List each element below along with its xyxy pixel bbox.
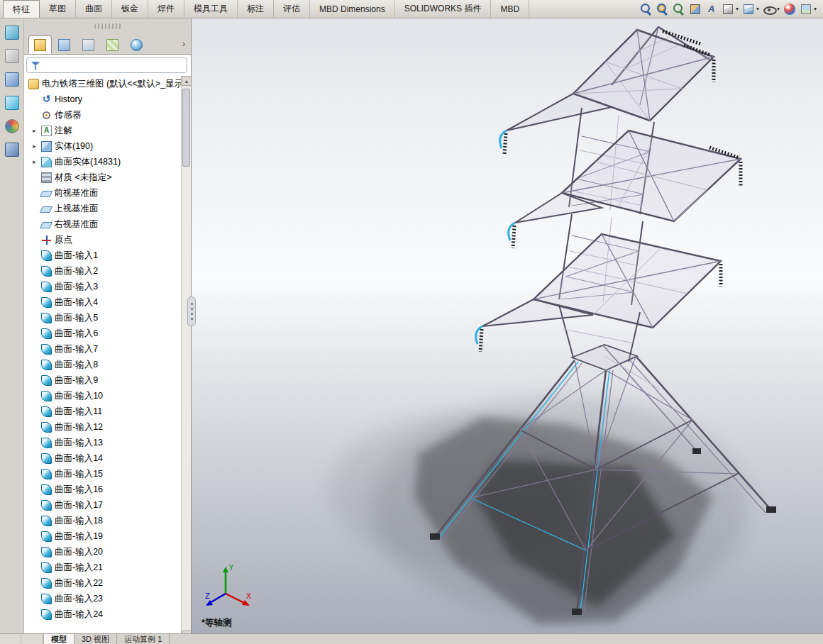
tree-item-label: 材质 <未指定> bbox=[55, 172, 112, 184]
tree-root-item[interactable]: 电力铁塔三维图 (默认<<默认>_显示 bbox=[24, 76, 181, 91]
left-tool-icon-6[interactable] bbox=[5, 143, 19, 157]
tree-item-label: 曲面-输入17 bbox=[55, 499, 103, 511]
configurationmanager-tab[interactable] bbox=[77, 35, 100, 54]
tree-item-曲面-输入8[interactable]: ▸曲面-输入8 bbox=[24, 357, 181, 372]
tree-item-曲面-输入11[interactable]: ▸曲面-输入11 bbox=[24, 404, 181, 419]
tree-item-曲面-输入19[interactable]: ▸曲面-输入19 bbox=[24, 528, 181, 544]
chevron-down-icon[interactable]: ▾ bbox=[756, 6, 759, 12]
panel-tabs-overflow[interactable]: › bbox=[179, 38, 188, 50]
tree-item-曲面-输入9[interactable]: ▸曲面-输入9 bbox=[24, 372, 181, 388]
zoom-to-fit-icon[interactable] bbox=[639, 2, 653, 16]
expand-arrow-icon[interactable]: ▸ bbox=[31, 158, 38, 165]
panel-manager-tabs: › bbox=[24, 34, 191, 54]
tree-item-原点[interactable]: ▸原点 bbox=[24, 232, 181, 248]
tree-item-History[interactable]: ▸History bbox=[24, 91, 181, 107]
expand-arrow-icon[interactable]: ▸ bbox=[31, 127, 38, 134]
tree-item-曲面-输入16[interactable]: ▸曲面-输入16 bbox=[24, 482, 181, 497]
ribbon-tab-曲面[interactable]: 曲面 bbox=[76, 0, 112, 18]
tree-item-曲面-输入2[interactable]: ▸曲面-输入2 bbox=[24, 263, 181, 279]
view-orientation-icon[interactable]: ▾ bbox=[721, 2, 739, 16]
ribbon-tab-焊件[interactable]: 焊件 bbox=[148, 0, 184, 18]
expand-arrow-icon[interactable]: ▸ bbox=[31, 143, 38, 150]
propertymanager-tab[interactable] bbox=[53, 35, 76, 54]
dynamic-annotation-views-icon[interactable] bbox=[705, 2, 719, 16]
tree-item-曲面-输入20[interactable]: ▸曲面-输入20 bbox=[24, 544, 181, 560]
tree-item-曲面-输入3[interactable]: ▸曲面-输入3 bbox=[24, 279, 181, 294]
dimxpertmanager-tab[interactable] bbox=[101, 35, 124, 54]
tree-item-曲面-输入17[interactable]: ▸曲面-输入17 bbox=[24, 497, 181, 513]
filter-input[interactable] bbox=[44, 59, 183, 72]
tree-item-曲面-输入4[interactable]: ▸曲面-输入4 bbox=[24, 294, 181, 310]
tree-item-曲面-输入1[interactable]: ▸曲面-输入1 bbox=[24, 248, 181, 263]
left-tool-icon-1[interactable] bbox=[5, 26, 19, 40]
statusbar-tab-3D 视图[interactable]: 3D 视图 bbox=[74, 634, 117, 644]
tree-item-曲面-输入15[interactable]: ▸曲面-输入15 bbox=[24, 466, 181, 482]
ribbon-tab-草图[interactable]: 草图 bbox=[40, 0, 76, 18]
display-style-icon[interactable]: ▾ bbox=[741, 2, 760, 16]
tree-item-曲面-输入22[interactable]: ▸曲面-输入22 bbox=[24, 575, 181, 591]
tree-item-label: 前视基准面 bbox=[54, 187, 99, 199]
tree-item-曲面-输入5[interactable]: ▸曲面-输入5 bbox=[24, 310, 181, 326]
ribbon-tab-钣金[interactable]: 钣金 bbox=[112, 0, 148, 18]
tree-item-label: 曲面-输入3 bbox=[55, 281, 98, 293]
tree-item-曲面-输入14[interactable]: ▸曲面-输入14 bbox=[24, 450, 181, 466]
ribbon-tab-特征[interactable]: 特征 bbox=[3, 0, 40, 18]
tree-item-注解[interactable]: ▸注解 bbox=[24, 123, 181, 138]
apply-scene-icon[interactable]: ▾ bbox=[799, 2, 817, 16]
featuremanager-tab[interactable] bbox=[28, 35, 52, 54]
ribbon-tab-标注[interactable]: 标注 bbox=[238, 0, 274, 18]
graphics-viewport[interactable]: Y X Z *等轴测 bbox=[192, 18, 823, 633]
tree-item-材质 <未指定>[interactable]: ▸材质 <未指定> bbox=[24, 170, 181, 185]
tree-item-曲面-输入6[interactable]: ▸曲面-输入6 bbox=[24, 326, 181, 341]
tree-item-label: 曲面-输入2 bbox=[55, 265, 98, 277]
tree-item-曲面-输入18[interactable]: ▸曲面-输入18 bbox=[24, 513, 181, 528]
tree-item-曲面-输入23[interactable]: ▸曲面-输入23 bbox=[24, 591, 181, 606]
tree-item-右视基准面[interactable]: ▸右视基准面 bbox=[24, 216, 181, 232]
left-tool-icon-2[interactable] bbox=[5, 49, 19, 63]
ribbon-tab-模具工具[interactable]: 模具工具 bbox=[184, 0, 238, 18]
vertical-scroll-thumb[interactable] bbox=[182, 89, 190, 167]
tree-item-曲面-输入12[interactable]: ▸曲面-输入12 bbox=[24, 419, 181, 435]
hide-show-items-icon[interactable]: ▾ bbox=[762, 2, 780, 16]
surface-icon bbox=[41, 609, 52, 620]
plane-icon bbox=[40, 206, 53, 213]
tree-item-曲面-输入13[interactable]: ▸曲面-输入13 bbox=[24, 435, 181, 450]
ribbon-tab-SOLIDWORKS 插件[interactable]: SOLIDWORKS 插件 bbox=[395, 0, 492, 18]
surface-icon bbox=[41, 484, 52, 495]
tree-item-label: 曲面-输入18 bbox=[55, 515, 103, 527]
part-icon bbox=[28, 79, 39, 89]
tree-item-曲面实体(14831)[interactable]: ▸曲面实体(14831) bbox=[24, 154, 181, 170]
ribbon-tab-MBD[interactable]: MBD bbox=[491, 0, 529, 18]
ribbon-tab-评估[interactable]: 评估 bbox=[274, 0, 310, 18]
tree-item-曲面-输入10[interactable]: ▸曲面-输入10 bbox=[24, 388, 181, 404]
displaymanager-tab[interactable] bbox=[125, 35, 148, 54]
tree-item-上视基准面[interactable]: ▸上视基准面 bbox=[24, 201, 181, 216]
section-view-icon[interactable] bbox=[688, 2, 702, 16]
tree-vertical-scrollbar[interactable]: ▲ ▼ bbox=[181, 76, 191, 640]
previous-view-icon[interactable] bbox=[672, 2, 686, 16]
chevron-down-icon[interactable]: ▾ bbox=[777, 6, 780, 12]
tree-item-曲面-输入24[interactable]: ▸曲面-输入24 bbox=[24, 606, 181, 622]
tree-item-曲面-输入21[interactable]: ▸曲面-输入21 bbox=[24, 560, 181, 575]
scroll-up-icon[interactable]: ▲ bbox=[182, 76, 191, 86]
tree-root-label: 电力铁塔三维图 (默认<<默认>_显示 bbox=[42, 78, 181, 90]
panel-splitter[interactable] bbox=[187, 296, 196, 326]
left-tool-icon-5[interactable] bbox=[5, 119, 19, 133]
statusbar-tab-运动算例 1[interactable]: 运动算例 1 bbox=[117, 634, 170, 644]
left-tool-icon-4[interactable] bbox=[5, 96, 19, 110]
chevron-down-icon[interactable]: ▾ bbox=[814, 6, 817, 12]
tree-item-label: 右视基准面 bbox=[54, 218, 99, 231]
surface-icon bbox=[41, 562, 52, 573]
tree-item-曲面-输入7[interactable]: ▸曲面-输入7 bbox=[24, 341, 181, 357]
ribbon-tab-MBD Dimensions[interactable]: MBD Dimensions bbox=[310, 0, 395, 18]
tree-item-前视基准面[interactable]: ▸前视基准面 bbox=[24, 185, 181, 201]
left-tool-icon-3[interactable] bbox=[5, 72, 19, 87]
chevron-down-icon[interactable]: ▾ bbox=[736, 6, 739, 12]
dimxpert-manager-icon bbox=[106, 39, 118, 51]
statusbar-tab-模型[interactable]: 模型 bbox=[44, 634, 74, 644]
tree-item-传感器[interactable]: ▸传感器 bbox=[24, 107, 181, 123]
panel-collapse-handle[interactable] bbox=[94, 23, 121, 29]
edit-appearance-icon[interactable] bbox=[783, 2, 797, 16]
tree-item-实体(190)[interactable]: ▸实体(190) bbox=[24, 138, 181, 154]
zoom-to-area-icon[interactable] bbox=[656, 2, 670, 16]
